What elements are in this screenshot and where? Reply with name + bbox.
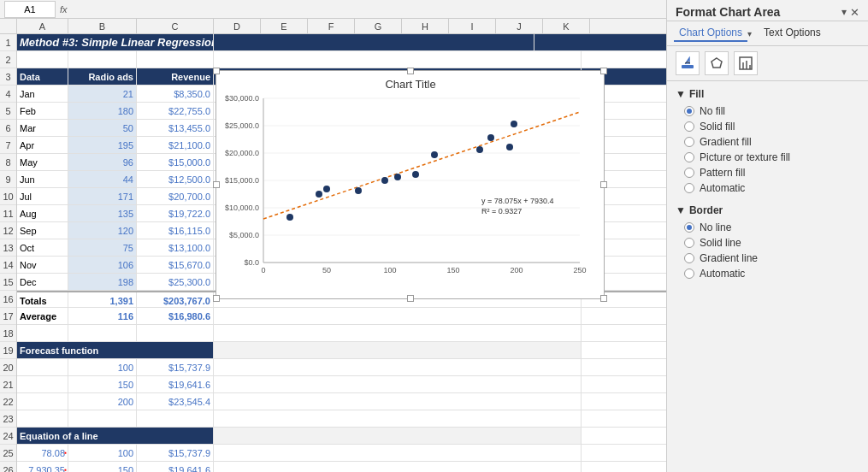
cell-b18[interactable]: [68, 325, 137, 341]
cell-b3[interactable]: Radio ads: [68, 68, 137, 85]
radio-gradient-fill[interactable]: Gradient fill: [684, 136, 859, 148]
size-icon-button[interactable]: [734, 51, 758, 75]
col-header-f[interactable]: F: [308, 19, 355, 33]
effects-icon-button[interactable]: [705, 51, 729, 75]
radio-no-fill[interactable]: No fill: [684, 105, 859, 117]
cell-c14[interactable]: $15,670.0: [137, 257, 214, 273]
col-header-c[interactable]: C: [137, 19, 214, 33]
col-header-k[interactable]: K: [543, 19, 590, 33]
radio-picture-fill[interactable]: Picture or texture fill: [684, 151, 859, 163]
cell-c21[interactable]: $19,641.6: [137, 376, 214, 392]
cell-c9[interactable]: $12,500.0: [137, 171, 214, 187]
cell-a25[interactable]: 78.08▪: [17, 445, 68, 461]
col-header-b[interactable]: B: [68, 19, 137, 33]
cell-b16[interactable]: 1,391: [68, 292, 137, 307]
cell-c4[interactable]: $8,350.0: [137, 86, 214, 102]
cell-b5[interactable]: 180: [68, 103, 137, 119]
cell-b15[interactable]: 198: [68, 274, 137, 290]
radio-no-line[interactable]: No line: [684, 221, 859, 233]
cell-a6[interactable]: Mar: [17, 120, 68, 136]
cell-c20[interactable]: $15,737.9: [137, 359, 214, 375]
tab-text-options[interactable]: Text Options: [759, 25, 826, 42]
name-box[interactable]: A1: [4, 1, 56, 18]
radio-automatic-fill[interactable]: Automatic: [684, 182, 859, 194]
col-header-i[interactable]: I: [449, 19, 496, 33]
cell-b12[interactable]: 120: [68, 222, 137, 239]
cell-b17[interactable]: 116: [68, 308, 137, 324]
cell-a3[interactable]: Data: [17, 68, 68, 85]
col-header-h[interactable]: H: [402, 19, 449, 33]
cell-a16[interactable]: Totals: [17, 292, 68, 307]
panel-close-button[interactable]: ✕: [850, 6, 859, 19]
cell-c7[interactable]: $21,100.0: [137, 137, 214, 153]
cell-c5[interactable]: $22,755.0: [137, 103, 214, 119]
cell-c13[interactable]: $13,100.0: [137, 239, 214, 256]
cell-a12[interactable]: Sep: [17, 222, 68, 239]
cell-a24[interactable]: Equation of a line: [17, 428, 214, 444]
cell-c23[interactable]: [137, 410, 214, 427]
scatter-chart[interactable]: Chart Title $30,000.0 $25,000.0 $20,000.…: [216, 71, 605, 300]
col-header-d[interactable]: D: [214, 19, 261, 33]
chart-container[interactable]: Chart Title $30,000.0 $25,000.0 $20,000.…: [216, 70, 605, 299]
cell-a5[interactable]: Feb: [17, 103, 68, 119]
cell-b26[interactable]: 150: [68, 462, 137, 472]
radio-gradient-line[interactable]: Gradient line: [684, 252, 859, 264]
cell-b9[interactable]: 44: [68, 171, 137, 187]
cell-a17[interactable]: Average: [17, 308, 68, 324]
cell-c11[interactable]: $19,722.0: [137, 205, 214, 221]
col-header-a[interactable]: A: [17, 19, 68, 33]
cell-b11[interactable]: 135: [68, 205, 137, 221]
panel-collapse-icon[interactable]: ▾: [841, 6, 847, 18]
col-header-j[interactable]: J: [496, 19, 543, 33]
col-header-e[interactable]: E: [261, 19, 308, 33]
cell-c10[interactable]: $20,700.0: [137, 188, 214, 204]
cell-b14[interactable]: 106: [68, 257, 137, 273]
cell-b6[interactable]: 50: [68, 120, 137, 136]
cell-b23[interactable]: [68, 410, 137, 427]
cell-a22[interactable]: [17, 393, 68, 410]
cell-a20[interactable]: [17, 359, 68, 375]
cell-a7[interactable]: Apr: [17, 137, 68, 153]
radio-solid-fill[interactable]: Solid fill: [684, 121, 859, 133]
cell-a23[interactable]: [17, 410, 68, 427]
cell-b2[interactable]: [68, 51, 137, 68]
cell-c3[interactable]: Revenue: [137, 68, 214, 85]
cell-a19[interactable]: Forecast function: [17, 342, 214, 358]
cell-c8[interactable]: $15,000.0: [137, 154, 214, 170]
cell-a21[interactable]: [17, 376, 68, 392]
cell-b4[interactable]: 21: [68, 86, 137, 102]
cell-a8[interactable]: May: [17, 154, 68, 170]
cell-c16[interactable]: $203,767.0: [137, 292, 214, 307]
cell-b7[interactable]: 195: [68, 137, 137, 153]
cell-b13[interactable]: 75: [68, 239, 137, 256]
fill-triangle-icon[interactable]: ▼: [676, 88, 686, 100]
cell-c17[interactable]: $16,980.6: [137, 308, 214, 324]
cell-a13[interactable]: Oct: [17, 239, 68, 256]
cell-c2[interactable]: [137, 51, 214, 68]
cell-b8[interactable]: 96: [68, 154, 137, 170]
cell-a2[interactable]: [17, 51, 68, 68]
radio-automatic-line[interactable]: Automatic: [684, 268, 859, 280]
cell-c18[interactable]: [137, 325, 214, 341]
cell-c15[interactable]: $25,300.0: [137, 274, 214, 290]
cell-c26[interactable]: $19,641.6: [137, 462, 214, 472]
border-triangle-icon[interactable]: ▼: [676, 204, 686, 216]
cell-c22[interactable]: $23,545.4: [137, 393, 214, 410]
tab-chart-options[interactable]: Chart Options: [674, 25, 747, 42]
cell-a15[interactable]: Dec: [17, 274, 68, 290]
cell-b22[interactable]: 200: [68, 393, 137, 410]
radio-pattern-fill[interactable]: Pattern fill: [684, 167, 859, 179]
col-header-g[interactable]: G: [355, 19, 402, 33]
fill-icon-button[interactable]: [676, 51, 700, 75]
cell-c12[interactable]: $16,115.0: [137, 222, 214, 239]
cell-a18[interactable]: [17, 325, 68, 341]
cell-b20[interactable]: 100: [68, 359, 137, 375]
cell-b25[interactable]: 100: [68, 445, 137, 461]
cell-a14[interactable]: Nov: [17, 257, 68, 273]
cell-a1[interactable]: Method #3: Simple Linear Regression: [17, 34, 214, 50]
cell-a4[interactable]: Jan: [17, 86, 68, 102]
cell-a10[interactable]: Jul: [17, 188, 68, 204]
cell-a11[interactable]: Aug: [17, 205, 68, 221]
cell-a26[interactable]: 7,930.35▪: [17, 462, 68, 472]
cell-c25[interactable]: $15,737.9: [137, 445, 214, 461]
